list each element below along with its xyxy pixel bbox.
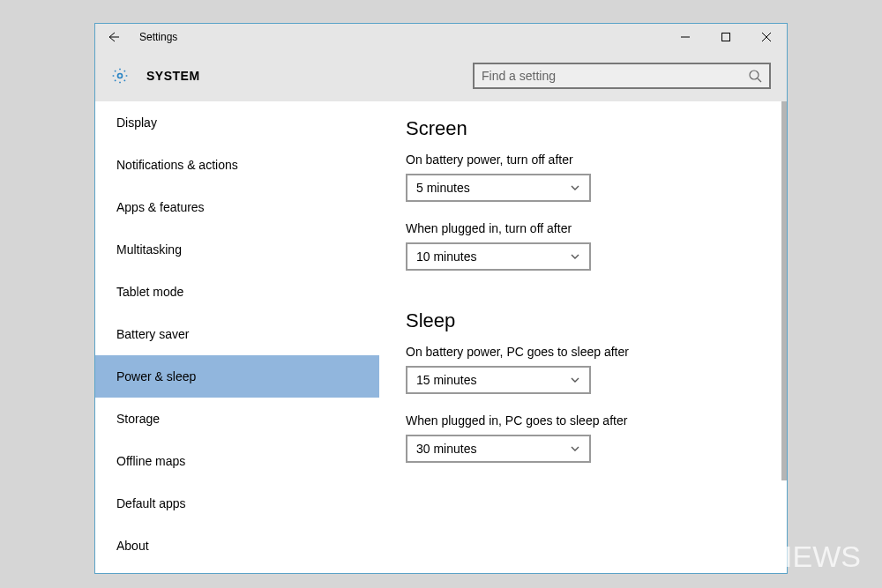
gear-icon: [111, 66, 131, 86]
svg-point-2: [750, 71, 759, 79]
sidebar-item-power-sleep[interactable]: Power & sleep: [95, 355, 379, 398]
window-title: Settings: [139, 31, 177, 43]
arrow-left-icon: [106, 30, 120, 44]
main-panel: Screen On battery power, turn off after …: [379, 101, 787, 573]
sidebar: Display Notifications & actions Apps & f…: [95, 101, 379, 573]
search-input[interactable]: [482, 69, 748, 83]
screen-battery-dropdown[interactable]: 5 minutes: [406, 174, 591, 202]
sleep-battery-label: On battery power, PC goes to sleep after: [406, 345, 760, 359]
dropdown-value: 15 minutes: [416, 373, 570, 387]
window-buttons: [665, 24, 787, 50]
svg-rect-0: [722, 33, 730, 41]
sidebar-item-storage[interactable]: Storage: [95, 398, 379, 440]
chevron-down-icon: [570, 375, 580, 385]
settings-window: Settings SYSTEM: [94, 23, 788, 574]
sleep-plugged-dropdown[interactable]: 30 minutes: [406, 435, 591, 463]
minimize-icon: [681, 33, 690, 41]
sleep-plugged-label: When plugged in, PC goes to sleep after: [406, 413, 760, 428]
chevron-down-icon: [570, 251, 580, 262]
scrollbar-thumb[interactable]: [781, 101, 787, 480]
dropdown-value: 30 minutes: [416, 442, 570, 456]
subheader: SYSTEM: [95, 50, 787, 101]
maximize-button[interactable]: [706, 24, 746, 50]
sidebar-item-notifications[interactable]: Notifications & actions: [95, 144, 379, 186]
sleep-battery-dropdown[interactable]: 15 minutes: [406, 366, 591, 394]
search-icon: [748, 69, 762, 83]
chevron-down-icon: [570, 443, 580, 454]
screen-battery-label: On battery power, turn off after: [406, 153, 760, 167]
back-button[interactable]: [95, 24, 131, 50]
sidebar-item-display[interactable]: Display: [95, 101, 379, 144]
system-label: SYSTEM: [146, 69, 200, 83]
sidebar-item-battery-saver[interactable]: Battery saver: [95, 313, 379, 355]
sidebar-item-apps-features[interactable]: Apps & features: [95, 186, 379, 228]
content-area: Display Notifications & actions Apps & f…: [95, 101, 787, 573]
screen-heading: Screen: [406, 117, 760, 140]
close-icon: [762, 33, 771, 41]
sleep-heading: Sleep: [406, 309, 760, 332]
search-box[interactable]: [473, 63, 771, 89]
sidebar-item-about[interactable]: About: [95, 525, 379, 567]
titlebar: Settings: [95, 24, 787, 50]
chevron-down-icon: [570, 182, 580, 193]
sidebar-item-default-apps[interactable]: Default apps: [95, 482, 379, 525]
dropdown-value: 10 minutes: [416, 249, 570, 264]
maximize-icon: [721, 33, 730, 41]
svg-point-1: [118, 74, 123, 78]
minimize-button[interactable]: [665, 24, 706, 50]
screen-plugged-dropdown[interactable]: 10 minutes: [406, 242, 591, 271]
close-button[interactable]: [746, 24, 787, 50]
dropdown-value: 5 minutes: [416, 181, 570, 195]
screen-plugged-label: When plugged in, turn off after: [406, 221, 760, 235]
sidebar-item-multitasking[interactable]: Multitasking: [95, 228, 379, 271]
sidebar-item-tablet-mode[interactable]: Tablet mode: [95, 271, 379, 313]
sidebar-item-offline-maps[interactable]: Offline maps: [95, 440, 379, 482]
scrollbar[interactable]: [776, 101, 787, 573]
spacer: [406, 290, 760, 309]
